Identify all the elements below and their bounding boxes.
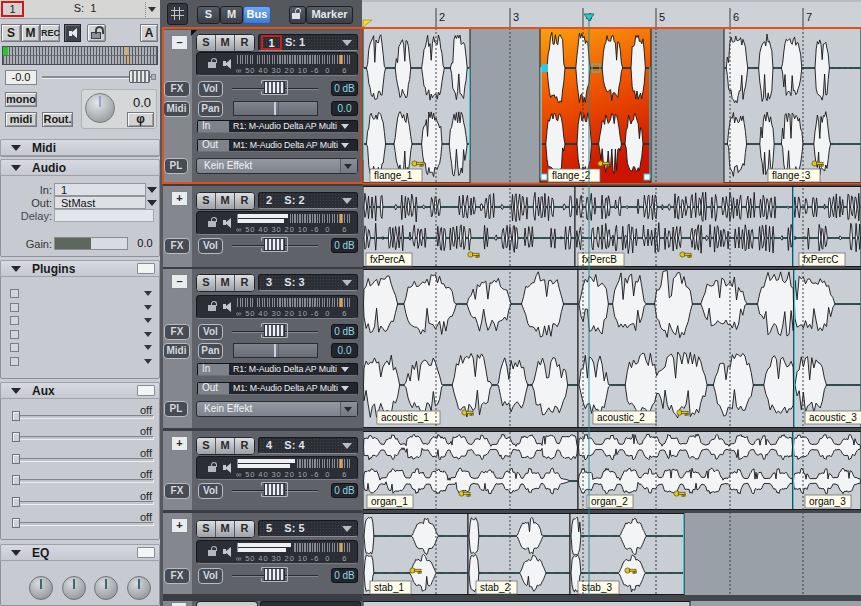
- svg-text:organ_1: organ_1: [371, 496, 408, 507]
- svg-text:stab_2: stab_2: [480, 582, 510, 593]
- svg-text:stab_1: stab_1: [374, 582, 404, 593]
- svg-text:fxPercB: fxPercB: [582, 254, 617, 265]
- svg-text:fxPercC: fxPercC: [803, 254, 839, 265]
- svg-text:flange_1: flange_1: [374, 170, 413, 181]
- svg-text:fxPercA: fxPercA: [370, 254, 405, 265]
- svg-text:5: 5: [659, 11, 665, 23]
- svg-text:6: 6: [733, 11, 739, 23]
- svg-text:organ_3: organ_3: [809, 496, 846, 507]
- svg-text:2: 2: [439, 11, 445, 23]
- svg-text:acoustic_3: acoustic_3: [809, 412, 857, 423]
- svg-text:organ_2: organ_2: [591, 496, 628, 507]
- svg-text:acoustic_1: acoustic_1: [381, 412, 429, 423]
- svg-text:3: 3: [513, 11, 519, 23]
- svg-text:flange_3: flange_3: [772, 170, 811, 181]
- svg-text:7: 7: [806, 11, 812, 23]
- svg-text:flange_2: flange_2: [552, 170, 591, 181]
- svg-text:stab_3: stab_3: [582, 582, 612, 593]
- svg-text:acoustic_2: acoustic_2: [597, 412, 645, 423]
